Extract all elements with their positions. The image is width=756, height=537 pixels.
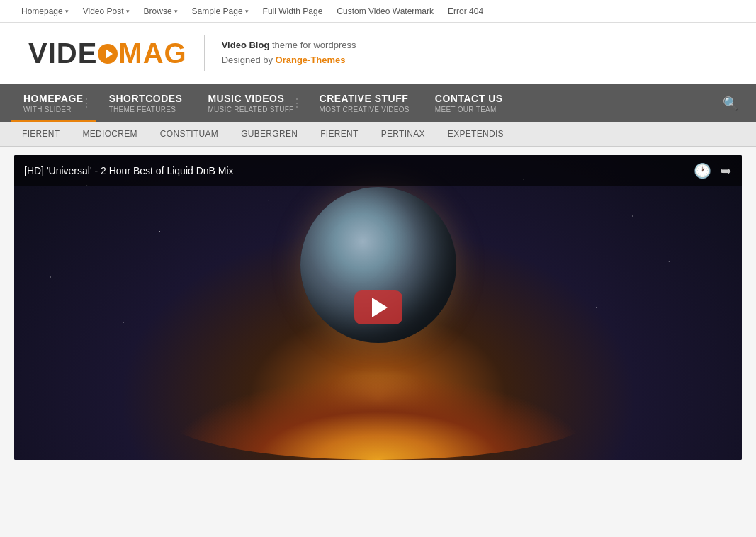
- sec-nav-gubergren[interactable]: GUBERGREN: [230, 122, 309, 146]
- chevron-down-icon: ▾: [65, 8, 69, 15]
- top-nav-homepage[interactable]: Homepage ▾: [14, 0, 76, 22]
- sec-nav-fierent-1[interactable]: FIERENT: [11, 122, 71, 146]
- watch-later-icon[interactable]: 🕐: [694, 162, 711, 179]
- main-nav-contact[interactable]: CONTACT US MEET OUR TEAM: [422, 84, 516, 122]
- play-button[interactable]: [354, 290, 402, 324]
- planet-glow: [166, 375, 591, 460]
- share-icon[interactable]: ➥: [720, 162, 732, 179]
- top-nav-full-width[interactable]: Full Width Page: [256, 0, 330, 22]
- sec-nav-mediocrem[interactable]: MEDIOCREM: [71, 122, 148, 146]
- top-nav-watermark[interactable]: Custom Video Watermark: [329, 0, 441, 22]
- main-nav-creative-stuff[interactable]: CREATIVE STUFF MOST CREATIVE VIDEOS: [307, 84, 422, 122]
- main-navigation: HOMEPAGE WITH SLIDER ⋮ SHORTCODES THEME …: [0, 84, 756, 122]
- site-logo[interactable]: VIDEMAG: [28, 39, 187, 67]
- chevron-down-icon: ▾: [174, 8, 178, 15]
- logo-tagline: Video Blog theme for wordpress Designed …: [222, 38, 356, 68]
- main-nav-homepage[interactable]: HOMEPAGE WITH SLIDER ⋮: [11, 84, 96, 122]
- sec-nav-constituam[interactable]: CONSTITUAM: [149, 122, 230, 146]
- logo-divider: [204, 35, 205, 71]
- top-nav-sample-page[interactable]: Sample Page ▾: [185, 0, 256, 22]
- video-title-bar: [HD] 'Universal' - 2 Hour Best of Liquid…: [14, 155, 742, 186]
- top-nav-video-post[interactable]: Video Post ▾: [76, 0, 137, 22]
- play-logo-icon: [98, 44, 118, 64]
- top-navigation: Homepage ▾ Video Post ▾ Browse ▾ Sample …: [0, 0, 756, 23]
- video-title: [HD] 'Universal' - 2 Hour Best of Liquid…: [24, 165, 234, 176]
- search-button[interactable]: 🔍: [716, 84, 745, 122]
- secondary-navigation: FIERENT MEDIOCREM CONSTITUAM GUBERGREN F…: [0, 122, 756, 147]
- top-nav-error[interactable]: Error 404: [441, 0, 490, 22]
- search-icon: 🔍: [723, 96, 738, 111]
- top-nav-browse[interactable]: Browse ▾: [137, 0, 185, 22]
- main-nav-music-videos[interactable]: MUSIC VIDEOS MUSIC RELATED STUFF ⋮: [195, 84, 306, 122]
- logo-area: VIDEMAG Video Blog theme for wordpress D…: [0, 23, 756, 84]
- dots-icon: ⋮: [291, 98, 303, 109]
- chevron-down-icon: ▾: [126, 8, 130, 15]
- sec-nav-pertinax[interactable]: PERTINAX: [370, 122, 436, 146]
- video-container: [HD] 'Universal' - 2 Hour Best of Liquid…: [14, 155, 742, 460]
- dots-icon: ⋮: [81, 98, 92, 109]
- main-nav-shortcodes[interactable]: SHORTCODES THEME FEATURES: [96, 84, 196, 122]
- chevron-down-icon: ▾: [245, 8, 249, 15]
- video-action-icons: 🕐 ➥: [694, 162, 732, 179]
- sec-nav-fierent-2[interactable]: FIERENT: [309, 122, 369, 146]
- sec-nav-expetendis[interactable]: EXPETENDIS: [436, 122, 515, 146]
